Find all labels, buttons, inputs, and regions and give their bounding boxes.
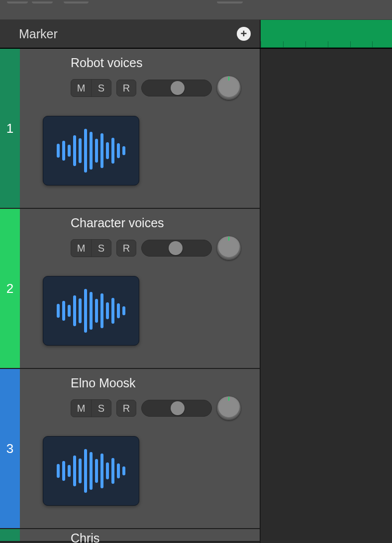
pan-slider[interactable] xyxy=(141,80,212,96)
solo-button[interactable]: S xyxy=(91,80,111,96)
volume-knob[interactable] xyxy=(217,76,241,100)
track-row[interactable]: 3Elno MooskMSR xyxy=(0,369,260,529)
track-number-strip[interactable]: 2 xyxy=(0,209,20,368)
track-thumbnail[interactable] xyxy=(43,116,139,185)
track-body: Chris xyxy=(20,529,260,541)
ruler[interactable] xyxy=(261,20,392,48)
mute-solo-pair: MS xyxy=(71,79,111,97)
track-row[interactable]: 2Character voicesMSR xyxy=(0,209,260,369)
mute-button[interactable]: M xyxy=(71,240,91,257)
mute-button[interactable]: M xyxy=(71,400,91,417)
track-name: Elno Moosk xyxy=(71,376,250,390)
marker-header: Marker + xyxy=(0,20,261,48)
track-list: 1Robot voicesMSR2Character voicesMSR3Eln… xyxy=(0,49,261,543)
record-enable-button[interactable]: R xyxy=(116,400,136,417)
timeline-area[interactable] xyxy=(261,49,392,543)
track-body: Elno MooskMSR xyxy=(20,369,260,528)
ghost-button xyxy=(32,1,53,3)
track-thumbnail[interactable] xyxy=(43,436,139,506)
volume-knob[interactable] xyxy=(217,396,241,420)
marker-label: Marker xyxy=(19,27,58,41)
track-number-strip[interactable]: 3 xyxy=(0,369,20,528)
track-number-strip[interactable] xyxy=(0,529,20,541)
track-body: Robot voicesMSR xyxy=(20,49,260,208)
add-marker-button[interactable]: + xyxy=(237,27,251,41)
marker-row: Marker + xyxy=(0,20,392,49)
mute-solo-pair: MS xyxy=(71,399,111,417)
track-body: Character voicesMSR xyxy=(20,209,260,368)
pan-slider[interactable] xyxy=(141,400,212,417)
track-row[interactable]: 1Robot voicesMSR xyxy=(0,49,260,209)
solo-button[interactable]: S xyxy=(91,240,111,257)
track-name: Chris xyxy=(71,531,250,543)
toolbar-remnant xyxy=(0,0,392,20)
track-name: Character voices xyxy=(71,216,250,230)
volume-knob[interactable] xyxy=(217,236,241,260)
track-row[interactable]: Chris xyxy=(0,529,260,542)
mute-solo-pair: MS xyxy=(71,239,111,257)
ghost-button xyxy=(64,1,89,3)
mute-button[interactable]: M xyxy=(71,80,91,96)
ghost-button xyxy=(7,1,28,3)
pan-slider[interactable] xyxy=(141,240,212,257)
solo-button[interactable]: S xyxy=(91,400,111,417)
record-enable-button[interactable]: R xyxy=(116,240,136,257)
track-name: Robot voices xyxy=(71,56,250,70)
ghost-button xyxy=(217,1,243,3)
track-number-strip[interactable]: 1 xyxy=(0,49,20,208)
record-enable-button[interactable]: R xyxy=(116,80,136,96)
track-thumbnail[interactable] xyxy=(43,276,139,346)
